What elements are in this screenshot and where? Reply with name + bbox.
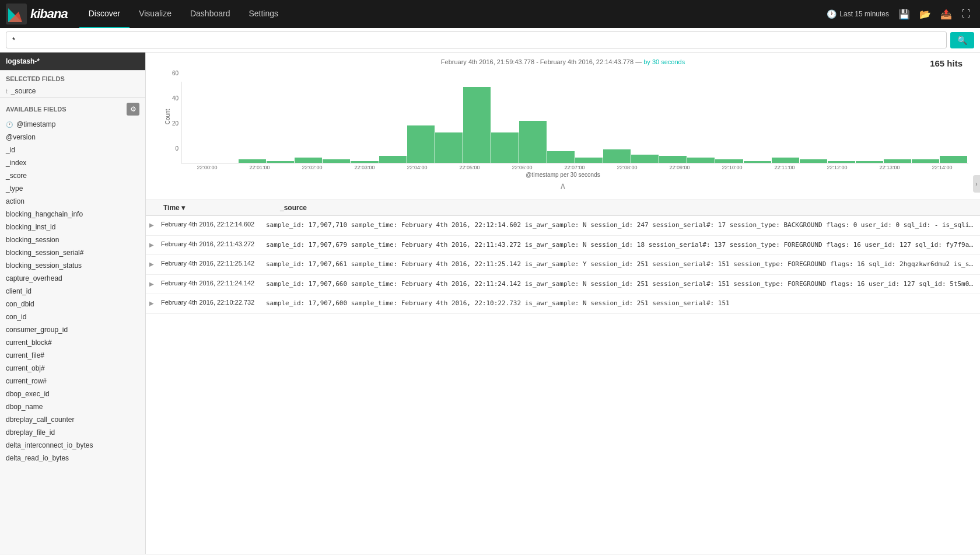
bar-column[interactable] — [772, 158, 799, 163]
bar-column[interactable] — [603, 149, 631, 163]
field-dbop-name[interactable]: dbop_name — [0, 400, 145, 413]
nav-dashboard[interactable]: Dashboard — [181, 0, 240, 28]
bar-column[interactable] — [744, 161, 771, 163]
nav-actions: 💾 📂 📤 ⛶ — [895, 6, 974, 22]
field-blocking-session-status[interactable]: blocking_session_status — [0, 259, 145, 272]
field-blocking-session-serial[interactable]: blocking_session_serial# — [0, 246, 145, 259]
fullscreen-button[interactable]: ⛶ — [958, 6, 974, 22]
field-id[interactable]: _id — [0, 144, 145, 156]
field-dbreplay-file-id[interactable]: dbreplay_file_id — [0, 426, 145, 439]
index-pattern[interactable]: logstash-* — [0, 53, 145, 70]
selected-field-source[interactable]: t _source — [0, 85, 145, 97]
bar-column[interactable] — [940, 156, 967, 163]
nav-discover[interactable]: Discover — [79, 0, 130, 28]
bar-column[interactable] — [828, 161, 855, 163]
bar-column[interactable] — [687, 158, 715, 163]
bar-column[interactable] — [631, 155, 659, 163]
bar-column[interactable] — [379, 156, 407, 163]
field-type[interactable]: _type — [0, 182, 145, 195]
bars-wrapper — [181, 82, 968, 163]
bar-column[interactable] — [519, 121, 547, 163]
field-action[interactable]: action — [0, 195, 145, 208]
search-input[interactable] — [6, 32, 947, 48]
interval-link[interactable]: by 30 seconds — [643, 58, 685, 65]
time-column-header[interactable]: Time ▾ — [163, 204, 280, 212]
collapse-histogram-button[interactable]: ∧ — [158, 178, 968, 194]
available-fields-header: Available Fields ⚙ — [0, 97, 145, 118]
table-row: ▶ February 4th 2016, 22:11:43.272 sample… — [146, 236, 980, 256]
field-score[interactable]: _score — [0, 169, 145, 182]
right-panel-toggle[interactable]: › — [973, 175, 980, 193]
bar-column[interactable] — [239, 159, 266, 163]
expand-row-3[interactable]: ▶ — [146, 277, 158, 289]
field-current-block[interactable]: current_block# — [0, 336, 145, 349]
expand-row-1[interactable]: ▶ — [146, 238, 158, 250]
bar-column[interactable] — [856, 161, 883, 163]
bar-column[interactable] — [575, 158, 603, 163]
bar-column[interactable] — [884, 159, 911, 163]
expand-row-2[interactable]: ▶ — [146, 257, 158, 270]
fields-gear-button[interactable]: ⚙ — [127, 103, 139, 116]
expand-row-0[interactable]: ▶ — [146, 218, 158, 231]
source-cell-4: sample_id: 17,907,600 sample_time: Febru… — [262, 296, 980, 311]
time-cell-0: February 4th 2016, 22:12:14.602 — [158, 218, 262, 230]
clock-icon: 🕐 — [827, 9, 836, 19]
field-capture-overhead[interactable]: capture_overhead — [0, 272, 145, 285]
bar-column[interactable] — [295, 158, 322, 163]
sidebar: ‹ logstash-* Selected Fields t _source A… — [0, 53, 146, 554]
kibana-logo-icon — [6, 4, 27, 25]
bar-column[interactable] — [912, 159, 939, 163]
bar — [772, 158, 799, 163]
bar — [519, 121, 547, 163]
field-blocking-inst-id[interactable]: blocking_inst_id — [0, 221, 145, 233]
field-current-row[interactable]: current_row# — [0, 375, 145, 388]
main-layout: ‹ logstash-* Selected Fields t _source A… — [0, 53, 980, 554]
field-consumer-group-id[interactable]: consumer_group_id — [0, 323, 145, 336]
field-timestamp[interactable]: 🕐 @timestamp — [0, 118, 145, 131]
time-cell-1: February 4th 2016, 22:11:43.272 — [158, 238, 262, 250]
bar-column[interactable] — [800, 159, 827, 163]
source-column-header: _source — [280, 204, 974, 212]
save-button[interactable]: 💾 — [895, 6, 914, 22]
field-delta-interconnect-io-bytes[interactable]: delta_interconnect_io_bytes — [0, 439, 145, 452]
expand-row-4[interactable]: ▶ — [146, 296, 158, 309]
bar-column[interactable] — [267, 161, 294, 163]
field-client-id[interactable]: client_id — [0, 285, 145, 298]
field-current-file[interactable]: current_file# — [0, 349, 145, 362]
search-button[interactable]: 🔍 — [950, 32, 974, 48]
bar-column[interactable] — [407, 125, 435, 163]
table-row: ▶ February 4th 2016, 22:10:22.732 sample… — [146, 294, 980, 314]
bar-column[interactable] — [351, 161, 378, 163]
bar-column[interactable] — [715, 159, 743, 163]
field-blocking-session[interactable]: blocking_session — [0, 233, 145, 246]
bar — [351, 161, 378, 163]
bar-column[interactable] — [491, 132, 519, 163]
bar — [323, 159, 350, 163]
share-button[interactable]: 📤 — [937, 6, 956, 22]
open-button[interactable]: 📂 — [916, 6, 935, 22]
nav-visualize[interactable]: Visualize — [130, 0, 181, 28]
field-blocking-hangchain-info[interactable]: blocking_hangchain_info — [0, 208, 145, 221]
field-con-dbid[interactable]: con_dbid — [0, 298, 145, 310]
field-index[interactable]: _index — [0, 156, 145, 169]
field-con-id[interactable]: con_id — [0, 310, 145, 323]
bar-column[interactable] — [659, 156, 687, 163]
y-axis-title: Count — [164, 109, 171, 125]
timestamp-icon: 🕐 — [6, 121, 13, 128]
time-range-display: 🕐 Last 15 minutes — [827, 9, 889, 19]
bar-column[interactable] — [323, 159, 350, 163]
bar-column[interactable] — [435, 132, 463, 163]
bar — [379, 156, 407, 163]
field-current-obj[interactable]: current_obj# — [0, 362, 145, 375]
bar-column[interactable] — [463, 87, 491, 163]
field-dbreplay-call-counter[interactable]: dbreplay_call_counter — [0, 413, 145, 426]
field-version[interactable]: @version — [0, 131, 145, 144]
bar — [659, 156, 687, 163]
bar-column[interactable] — [547, 151, 575, 163]
field-delta-read-io-bytes[interactable]: delta_read_io_bytes — [0, 452, 145, 465]
field-dbop-exec-id[interactable]: dbop_exec_id — [0, 388, 145, 400]
histogram-container: 60 40 20 0 Count — [158, 70, 968, 163]
nav-settings[interactable]: Settings — [239, 0, 288, 28]
search-bar: 🔍 — [0, 28, 980, 53]
bar — [575, 158, 603, 163]
